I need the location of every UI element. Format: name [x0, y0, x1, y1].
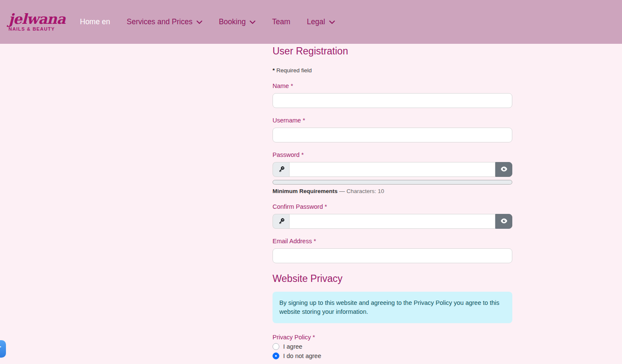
accessibility-widget-button[interactable] [0, 340, 6, 358]
username-input[interactable] [273, 128, 512, 142]
password-label: Password * [273, 151, 512, 158]
nav-item-booking[interactable]: Booking [219, 17, 256, 26]
confirm-password-toggle-button[interactable] [495, 214, 512, 229]
field-confirm-password: Confirm Password * [273, 203, 512, 229]
required-note-text: Required field [276, 67, 312, 74]
required-asterisk: * [314, 238, 316, 245]
required-asterisk: * [312, 334, 315, 341]
accessibility-person-icon [0, 343, 3, 355]
nav-item-legal[interactable]: Legal [307, 17, 335, 26]
confirm-password-input-group [273, 214, 512, 229]
password-strength-meter [273, 180, 512, 185]
nav-item-home[interactable]: Home en [80, 17, 110, 26]
field-username: Username * [273, 117, 512, 142]
nav-label: Home en [80, 17, 110, 26]
required-asterisk: * [303, 117, 305, 124]
eye-icon [500, 217, 508, 226]
logo[interactable]: jelwana NAILS & BEAUTY [9, 13, 59, 31]
password-requirements: Minimum Requirements — Characters: 10 [273, 188, 512, 194]
required-asterisk: * [291, 82, 293, 89]
chevron-down-icon [329, 20, 335, 24]
logo-subtitle: NAILS & BEAUTY [9, 26, 59, 31]
page-title: User Registration [273, 46, 512, 57]
required-asterisk: * [324, 203, 327, 210]
field-password: Password * [273, 151, 512, 194]
privacy-option-do-not-agree[interactable]: I do not agree [273, 353, 512, 359]
registration-form: User Registration * Required field Name … [273, 44, 512, 364]
required-asterisk: * [273, 67, 275, 74]
logo-title: jelwana [9, 13, 59, 26]
chevron-down-icon [250, 20, 256, 24]
nav-item-team[interactable]: Team [272, 17, 290, 26]
nav-label: Team [272, 17, 290, 26]
field-name: Name * [273, 82, 512, 108]
confirm-password-label: Confirm Password * [273, 203, 512, 210]
chevron-down-icon [196, 20, 202, 24]
name-input[interactable] [273, 93, 512, 108]
site-header: jelwana NAILS & BEAUTY Home en Services … [0, 0, 622, 44]
confirm-password-input[interactable] [289, 214, 495, 229]
nav-label: Legal [307, 17, 325, 26]
key-icon [273, 162, 289, 177]
key-icon [273, 214, 289, 229]
password-input[interactable] [289, 162, 495, 177]
radio-unchecked[interactable] [273, 343, 279, 350]
password-input-group [273, 162, 512, 177]
username-label: Username * [273, 117, 512, 124]
radio-label: I agree [283, 343, 302, 350]
email-input[interactable] [273, 248, 512, 263]
nav-item-services-and-prices[interactable]: Services and Prices [127, 17, 202, 26]
email-label: Email Address * [273, 238, 512, 245]
nav-label: Services and Prices [127, 17, 193, 26]
eye-icon [500, 165, 508, 174]
privacy-policy-label: Privacy Policy * [273, 334, 512, 341]
nav-label: Booking [219, 17, 246, 26]
name-label: Name * [273, 82, 512, 89]
privacy-option-agree[interactable]: I agree [273, 343, 512, 350]
required-note: * Required field [273, 67, 512, 74]
website-privacy-title: Website Privacy [273, 273, 512, 284]
field-email: Email Address * [273, 238, 512, 263]
required-asterisk: * [301, 151, 304, 158]
radio-label: I do not agree [283, 353, 321, 359]
password-toggle-button[interactable] [495, 162, 512, 177]
privacy-notice: By signing up to this website and agreei… [273, 292, 512, 323]
main-nav: Home en Services and Prices Booking Team… [80, 17, 335, 26]
radio-checked[interactable] [273, 353, 279, 359]
